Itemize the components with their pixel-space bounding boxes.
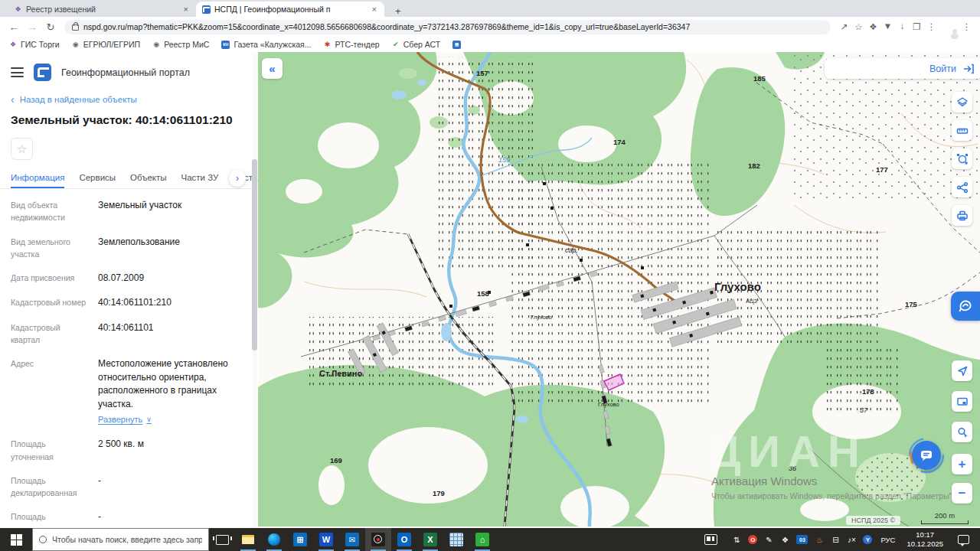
bookmarks-bar: ❖ГИС Торги◉ЕГРЮЛ/ЕГРИП◉Реестр МиСКНГазет…	[0, 37, 980, 53]
zoom-in-button[interactable]: +	[952, 454, 972, 474]
map-label: Ст.Левино	[319, 369, 362, 378]
taskbar-mail-icon[interactable]: ✉	[339, 528, 365, 551]
scale-label: 200 m	[935, 511, 955, 520]
defender-icon[interactable]: ❖	[780, 534, 789, 545]
volume-muted-icon[interactable]: ♪×	[847, 534, 856, 545]
chevron-left-icon: ‹	[11, 96, 15, 103]
login-bar[interactable]: Войти	[825, 58, 980, 79]
taskbar-edge-icon[interactable]	[261, 528, 287, 551]
share-button[interactable]	[952, 177, 972, 197]
bookmark-item[interactable]: ✱РТС-тендер	[324, 40, 380, 49]
share-icon[interactable]: ↗	[837, 21, 851, 32]
url-text: nspd.gov.ru/map?thematic=PKK&zoom=15&coo…	[83, 22, 690, 31]
start-button[interactable]	[0, 528, 32, 551]
language-indicator[interactable]: РУС	[879, 536, 897, 544]
screen-button[interactable]	[952, 391, 972, 412]
menu-icon[interactable]: ⋮	[924, 21, 939, 32]
pen-icon[interactable]: ✎	[764, 534, 773, 545]
taskbar-home-icon[interactable]: ⌂	[469, 528, 495, 551]
bookmark-label: Сбер АСТ	[403, 40, 441, 49]
mail-glyph: ✉	[345, 533, 359, 546]
map-canvas[interactable]: 157174185182177158159сар.ГлуховоАЦЗГлухо…	[258, 52, 980, 527]
taskbar-outlook-icon[interactable]: O	[391, 528, 417, 551]
taskbar-rec-icon[interactable]	[365, 528, 391, 551]
outlook-glyph: O	[397, 533, 411, 546]
taskbar-grid-icon[interactable]	[443, 528, 469, 551]
zoom-out-button[interactable]: −	[952, 483, 972, 504]
reader-icon[interactable]: ❐	[910, 21, 924, 32]
taskbar-word-icon[interactable]: W	[313, 528, 339, 551]
edge-glyph	[268, 533, 280, 546]
tab-Части ЗУ[interactable]: Части ЗУ	[181, 166, 219, 188]
lab-icon[interactable]: ▼	[880, 21, 895, 32]
tab-close-icon[interactable]: ×	[182, 5, 190, 14]
lasso-button[interactable]	[952, 148, 972, 169]
tab-close-icon[interactable]: ×	[371, 5, 378, 14]
bookmark-item[interactable]: ❖ГИС Торги	[9, 40, 60, 49]
reload-icon[interactable]: ↻	[43, 21, 58, 33]
bookmark-item[interactable]: КНГазета «Калужская...	[221, 40, 311, 49]
taskbar-explorer-icon[interactable]	[235, 528, 261, 551]
bookmark-item[interactable]: ▤	[452, 41, 461, 49]
flame-icon[interactable]: ♨	[815, 534, 824, 545]
extensions-icon[interactable]: ❖	[866, 21, 880, 32]
attribute-row: АдресМестоположение установлено относите…	[11, 357, 247, 426]
ruler-icon	[956, 125, 969, 137]
widgets-icon[interactable]	[704, 534, 717, 545]
tabs-overflow-button[interactable]: ›	[229, 170, 246, 187]
url-bar[interactable]: nspd.gov.ru/map?thematic=PKK&zoom=15&coo…	[64, 20, 831, 34]
collapse-panel-button[interactable]: «	[262, 58, 283, 79]
new-tab-button[interactable]: +	[390, 5, 406, 17]
bookmark-favicon: ❖	[9, 41, 17, 48]
bookmark-item[interactable]: ✔Сбер АСТ	[392, 40, 441, 49]
onedrive-badge[interactable]: 03	[796, 534, 808, 545]
attribute-label: Вид земельного участка	[11, 236, 98, 261]
opera-icon[interactable]: O	[748, 534, 757, 545]
star-icon: ☆	[17, 142, 27, 156]
chat-assistant-button[interactable]	[908, 437, 945, 474]
bookmark-star-icon[interactable]: ☆	[851, 21, 866, 32]
taskbar-store-icon[interactable]: ⊞	[287, 528, 313, 551]
menu-icon[interactable]: ⋮	[959, 21, 974, 32]
attribute-value: 08.07.2009	[98, 272, 247, 285]
usb-icon[interactable]: ⇅	[732, 534, 741, 545]
browser-tab-0[interactable]: ❖Реестр извещений×	[8, 2, 196, 17]
map-label: АЦЗ	[746, 298, 758, 305]
layers-button[interactable]	[952, 92, 972, 112]
tab-Информация[interactable]: Информация	[11, 166, 64, 188]
download-icon[interactable]: ↓	[895, 21, 910, 32]
ruler-button[interactable]	[952, 120, 972, 141]
favorite-star-button[interactable]: ☆	[11, 138, 33, 160]
hamburger-menu-icon[interactable]	[11, 67, 24, 77]
map-label: 178	[862, 387, 874, 396]
panel-scrollbar[interactable]	[252, 52, 257, 528]
taskbar-search[interactable]: Чтобы начать поиск, введите здесь запрос	[32, 528, 209, 551]
taskbar-excel-icon[interactable]: X	[417, 528, 443, 551]
forward-icon[interactable]: →	[24, 21, 40, 33]
map-label: 185	[753, 74, 766, 83]
map-label: 37	[860, 406, 868, 414]
map-label: 182	[748, 161, 760, 170]
bookmark-item[interactable]: ◉Реестр МиС	[152, 40, 209, 49]
tab-Объекты[interactable]: Объекты	[130, 166, 166, 188]
back-to-results-link[interactable]: ‹ Назад в найденные объекты	[0, 87, 258, 107]
browser-tab-1[interactable]: НСПД | Геоинформационный п×	[196, 2, 384, 17]
map-label: 174	[613, 138, 626, 146]
store-glyph: ⊞	[293, 533, 307, 546]
network-icon[interactable]: ⊟	[831, 534, 840, 545]
feedback-widget-button[interactable]	[951, 292, 980, 321]
bookmark-label: РТС-тендер	[335, 40, 380, 49]
bookmark-item[interactable]: ◉ЕГРЮЛ/ЕГРИП	[72, 40, 140, 49]
print-button[interactable]	[952, 205, 972, 226]
attribute-label: Вид объекта недвижимости	[11, 199, 98, 224]
notification-icon[interactable]	[958, 535, 969, 544]
yandex-icon[interactable]: Y	[863, 534, 872, 545]
nspd-logo	[34, 64, 51, 81]
tab-Сервисы[interactable]: Сервисы	[79, 166, 116, 188]
taskbar-clock[interactable]: 10:1710.12.2025	[903, 530, 946, 549]
back-icon[interactable]: ←	[6, 21, 21, 33]
searcharea-button[interactable]	[952, 422, 972, 442]
expand-link[interactable]: Развернуть∨	[98, 414, 152, 426]
locate-button[interactable]	[952, 360, 972, 381]
taskbar-taskview-icon[interactable]	[209, 528, 235, 551]
